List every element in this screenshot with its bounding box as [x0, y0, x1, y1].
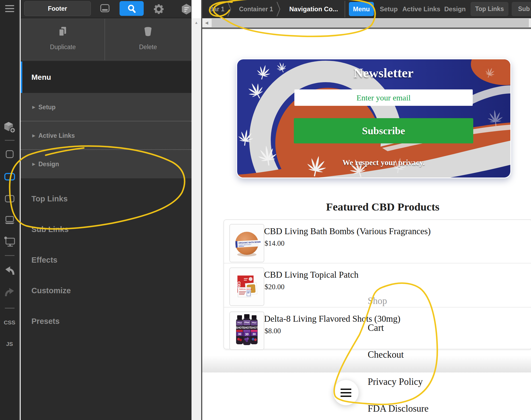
menu-item-shop[interactable]: Shop [368, 296, 387, 306]
sidebar-scrollbar[interactable]: ▲ [192, 18, 201, 420]
scroll-left-arrow-icon[interactable]: ◀ [202, 18, 211, 27]
svg-text:30: 30 [252, 332, 256, 336]
undo-button[interactable] [0, 265, 19, 277]
product-thumbnail: SHOT 30 SHOT [229, 312, 264, 350]
hamburger-icon [341, 389, 351, 390]
accordion-active-links[interactable]: ▶ Active Links [21, 121, 192, 150]
duplicate-button[interactable]: Duplicate [21, 19, 105, 60]
newsletter-title: Newsletter [294, 65, 473, 81]
sidebar-item-customize[interactable]: Customize [21, 276, 192, 305]
undo-arrow-icon [5, 266, 15, 276]
product-name[interactable]: CBD Living Bath Bombs (Various Fragrance… [264, 226, 431, 236]
css-editor-button[interactable]: CSS [0, 318, 19, 327]
tab-sub-links[interactable]: Sub Links [512, 2, 531, 16]
viewport-tablet-button[interactable] [0, 193, 19, 205]
presets-hexagon-button[interactable] [181, 3, 192, 16]
section-menu-header[interactable]: Menu [21, 61, 192, 93]
hamburger-icon [5, 5, 15, 13]
settings-button[interactable] [153, 3, 165, 16]
menu-item-fda-disclosure[interactable]: FDA Disclosure [368, 403, 429, 414]
toolbar-divider [5, 140, 15, 141]
accordion-label: Setup [38, 93, 56, 121]
sidebar-item-label: Effects [31, 246, 57, 274]
accordion-setup[interactable]: ▶ Setup [21, 93, 192, 121]
breadcrumb-bar-1[interactable]: Bar 1 [209, 0, 225, 18]
sidebar-item-label: Customize [31, 276, 71, 305]
privacy-note: We respect your privacy. [294, 158, 473, 167]
viewport-tablet-landscape-button-active[interactable] [0, 171, 19, 183]
svg-text:SHOT: SHOT [250, 326, 258, 329]
element-title-footer-button[interactable]: Footer [24, 1, 91, 16]
redo-button[interactable] [0, 286, 19, 298]
sidebar-item-top-links[interactable]: Top Links [21, 184, 192, 213]
menu-item-cart[interactable]: Cart [368, 323, 384, 333]
viewport-desktop-button[interactable] [0, 235, 19, 248]
tabs-divider [345, 1, 345, 17]
breadcrumb-chevron-icon [276, 1, 281, 17]
toolbar-divider [5, 255, 15, 256]
duplicate-icon [57, 26, 68, 37]
tab-design[interactable]: Design [444, 0, 466, 18]
flavored-shots-image: SHOT 30 SHOT [230, 312, 264, 349]
left-toolbar: CSS JS [0, 0, 20, 420]
sidebar-item-effects[interactable]: Effects [21, 246, 192, 274]
content-footer-gradient [202, 356, 531, 372]
viewport-square-button[interactable] [0, 148, 19, 160]
viewport-laptop-button[interactable] [0, 214, 19, 227]
menu-item-privacy-policy[interactable]: Privacy Policy [368, 376, 423, 387]
square-viewport-icon [5, 150, 14, 158]
svg-text:SHOT: SHOT [243, 326, 251, 329]
trash-icon [143, 26, 153, 37]
sidebar-item-label: Sub Links [31, 215, 69, 244]
svg-text:30: 30 [238, 332, 241, 336]
tab-menu-active[interactable]: Menu [349, 2, 374, 16]
search-icon [127, 4, 137, 13]
tab-setup[interactable]: Setup [380, 0, 398, 18]
delete-label: Delete [105, 44, 191, 51]
main-menu-hamburger-icon[interactable] [0, 3, 19, 14]
hexagon-list-icon [181, 3, 192, 15]
search-button-active[interactable] [120, 1, 144, 16]
scroll-up-arrow-icon[interactable]: ▲ [192, 20, 201, 25]
sidebar-item-presets[interactable]: Presets [21, 307, 192, 335]
email-input[interactable] [294, 89, 473, 106]
accordion-label: Active Links [38, 121, 75, 150]
svg-text:30: 30 [245, 332, 249, 336]
sidebar-item-label: Presets [31, 307, 60, 335]
chevron-right-icon: ▶ [32, 93, 35, 121]
page-builder-app: CSS JS Footer [0, 0, 531, 420]
redo-arrow-icon [5, 287, 15, 297]
tablet-landscape-icon [4, 173, 15, 181]
product-row-bath-bombs[interactable]: ORGANIC BATH BOMB AMBER BERGAMOT CBD Liv… [224, 220, 531, 263]
product-name[interactable]: CBD Living Topical Patch [264, 270, 359, 280]
sidebar-item-sub-links[interactable]: Sub Links [21, 215, 192, 244]
add-element-button[interactable] [0, 120, 19, 134]
product-price: $20.00 [265, 283, 284, 291]
accordion-label: Design [38, 150, 59, 178]
sidebar-item-label: Top Links [31, 184, 68, 213]
preview-horizontal-scrollbar[interactable]: ◀ [202, 18, 531, 29]
subscribe-button[interactable]: Subscribe [294, 118, 473, 143]
product-thumbnail: ORGANIC BATH BOMB AMBER BERGAMOT [229, 224, 264, 262]
layout-window-icon [100, 4, 110, 13]
toolbar-divider [5, 308, 15, 309]
bath-bomb-image: ORGANIC BATH BOMB AMBER BERGAMOT [230, 225, 264, 262]
product-thumbnail: CBD TOPICAL PATCH [229, 267, 264, 306]
chevron-right-icon: ▶ [32, 121, 35, 150]
tablet-icon [5, 195, 15, 203]
js-editor-button[interactable]: JS [0, 339, 19, 349]
delete-button[interactable]: Delete [105, 19, 191, 60]
layout-view-button[interactable] [100, 4, 110, 13]
breadcrumb-navigation-collapsed[interactable]: Navigation Co... [289, 0, 338, 18]
mobile-menu-toggle-button[interactable] [333, 380, 359, 405]
breadcrumb-container-1[interactable]: Container 1 [239, 0, 273, 18]
product-price: $8.00 [265, 327, 281, 335]
accordion-design[interactable]: ▶ Design [21, 150, 192, 178]
products-heading: Featured CBD Products [202, 200, 531, 213]
svg-text:SHOT: SHOT [236, 326, 243, 329]
chevron-right-icon: ▶ [32, 150, 35, 178]
tab-active-links[interactable]: Active Links [402, 0, 440, 18]
scrollbar-thumb[interactable] [212, 19, 529, 27]
product-price: $14.00 [265, 239, 284, 248]
tab-top-links[interactable]: Top Links [471, 2, 508, 16]
